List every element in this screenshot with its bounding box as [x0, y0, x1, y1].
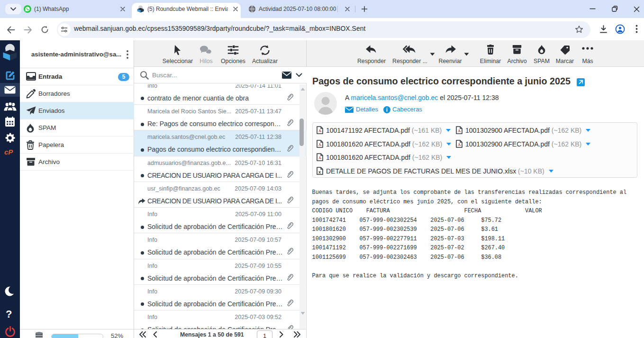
svg-text:x: x	[318, 169, 321, 174]
